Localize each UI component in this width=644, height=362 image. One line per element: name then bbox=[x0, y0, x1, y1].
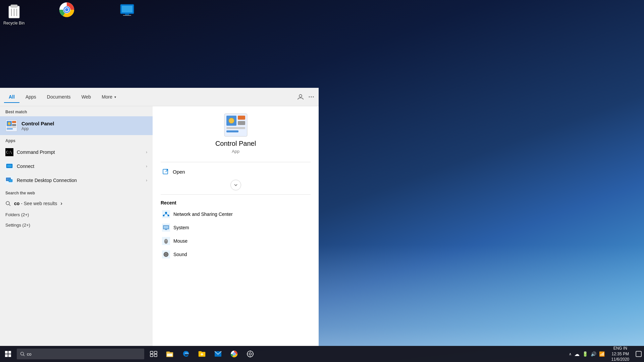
edge-icon bbox=[182, 350, 190, 358]
task-view-button[interactable] bbox=[146, 346, 162, 362]
open-icon bbox=[163, 168, 169, 175]
start-button[interactable] bbox=[0, 346, 16, 362]
tab-apps[interactable]: Apps bbox=[21, 92, 41, 102]
recent-label: Recent bbox=[161, 200, 311, 205]
svg-rect-75 bbox=[199, 351, 202, 353]
edge-button[interactable] bbox=[178, 346, 194, 362]
system-icon bbox=[162, 224, 170, 232]
svg-rect-12 bbox=[123, 15, 131, 16]
svg-rect-21 bbox=[12, 124, 16, 126]
connect-icon bbox=[5, 162, 13, 170]
rdc-label: Remote Desktop Connection bbox=[17, 178, 77, 183]
svg-line-66 bbox=[23, 355, 25, 356]
rdc-icon bbox=[5, 176, 13, 184]
cloud-icon[interactable]: ☁ bbox=[574, 351, 580, 357]
rdc-item[interactable]: Remote Desktop Connection › bbox=[0, 173, 153, 187]
cmd-item[interactable]: C:\ Command Prompt › bbox=[0, 145, 153, 159]
notification-button[interactable] bbox=[633, 346, 644, 362]
svg-text:C:\: C:\ bbox=[6, 150, 12, 154]
chrome-desktop-icon[interactable] bbox=[59, 2, 75, 18]
cmd-chevron: › bbox=[146, 150, 147, 155]
recent-system[interactable]: System bbox=[161, 221, 311, 234]
connect-chevron: › bbox=[146, 164, 147, 169]
search-popup: All Apps Documents Web More ▾ bbox=[0, 88, 319, 346]
svg-rect-44 bbox=[162, 210, 170, 218]
apps-section-label: Apps bbox=[0, 135, 153, 145]
tab-web[interactable]: Web bbox=[77, 92, 96, 102]
svg-point-81 bbox=[247, 351, 253, 357]
account-icon[interactable] bbox=[297, 94, 304, 100]
file-manager-button[interactable] bbox=[194, 346, 210, 362]
connect-item[interactable]: Connect › bbox=[0, 159, 153, 173]
svg-point-33 bbox=[6, 201, 9, 205]
svg-rect-38 bbox=[238, 116, 245, 120]
svg-rect-23 bbox=[7, 128, 13, 129]
taskbar-search-input[interactable] bbox=[27, 352, 141, 357]
svg-point-13 bbox=[299, 95, 302, 97]
svg-rect-86 bbox=[253, 354, 254, 354]
tab-more[interactable]: More ▾ bbox=[97, 92, 121, 102]
task-view-icon bbox=[150, 351, 157, 357]
clock[interactable]: ENG IN 12:35 PM 11/6/2020 bbox=[607, 346, 633, 362]
mouse-icon bbox=[162, 237, 170, 245]
search-web-query: co - See web results bbox=[14, 200, 57, 206]
svg-rect-63 bbox=[5, 354, 8, 357]
svg-point-46 bbox=[163, 215, 165, 217]
svg-rect-52 bbox=[164, 226, 168, 229]
open-label: Open bbox=[173, 169, 185, 175]
recycle-bin-icon[interactable]: Recycle Bin bbox=[3, 3, 24, 25]
svg-rect-68 bbox=[154, 351, 157, 354]
search-web-label: Search the web bbox=[0, 187, 153, 197]
expand-button[interactable] bbox=[230, 180, 241, 190]
notification-icon bbox=[636, 351, 642, 357]
search-nav: All Apps Documents Web More ▾ bbox=[0, 88, 319, 106]
file-explorer-button[interactable] bbox=[162, 346, 178, 362]
folders-link[interactable]: Folders (2+) bbox=[0, 209, 153, 220]
language-label: ENG IN bbox=[613, 346, 627, 351]
search-left-panel: Best match bbox=[0, 106, 153, 346]
svg-rect-11 bbox=[125, 14, 129, 15]
chrome-taskbar-button[interactable] bbox=[226, 346, 242, 362]
svg-rect-39 bbox=[238, 121, 245, 125]
svg-point-60 bbox=[165, 254, 167, 255]
svg-rect-1 bbox=[11, 5, 17, 7]
open-button[interactable]: Open bbox=[161, 165, 311, 178]
recent-mouse[interactable]: Mouse bbox=[161, 234, 311, 248]
wifi-icon[interactable]: 📶 bbox=[599, 351, 605, 357]
best-match-label: Best match bbox=[0, 106, 153, 116]
tray-expand-icon[interactable]: ∧ bbox=[569, 352, 572, 356]
recent-network[interactable]: Network and Sharing Center bbox=[161, 207, 311, 221]
recycle-bin-label: Recycle Bin bbox=[3, 21, 24, 25]
recent-sound[interactable]: Sound bbox=[161, 248, 311, 261]
more-options-icon[interactable] bbox=[308, 94, 315, 100]
more-dropdown-arrow: ▾ bbox=[114, 95, 116, 99]
svg-point-65 bbox=[21, 352, 24, 355]
tab-documents[interactable]: Documents bbox=[42, 92, 75, 102]
time-label: 12:35 PM bbox=[612, 351, 629, 357]
volume-icon[interactable]: 🔊 bbox=[591, 351, 596, 357]
search-web-chevron: › bbox=[60, 200, 62, 206]
search-right-panel: Control Panel App Open bbox=[153, 106, 319, 346]
divider-2 bbox=[161, 194, 311, 195]
remote-desktop-icon[interactable] bbox=[119, 2, 135, 18]
battery-icon[interactable]: 🔋 bbox=[582, 351, 588, 357]
svg-rect-72 bbox=[166, 352, 170, 353]
taskbar-search-icon bbox=[20, 352, 25, 356]
taskbar-search[interactable] bbox=[17, 349, 144, 359]
svg-rect-20 bbox=[12, 121, 16, 123]
svg-point-47 bbox=[168, 215, 169, 217]
svg-rect-40 bbox=[226, 127, 245, 129]
best-match-type: App bbox=[21, 126, 54, 131]
search-web-item[interactable]: co - See web results › bbox=[0, 197, 153, 209]
settings-button[interactable] bbox=[242, 346, 258, 362]
svg-rect-85 bbox=[247, 354, 248, 354]
best-match-item[interactable]: Control Panel App bbox=[0, 116, 153, 135]
divider-1 bbox=[161, 162, 311, 162]
svg-rect-87 bbox=[636, 351, 641, 357]
svg-point-15 bbox=[311, 97, 312, 98]
date-label: 11/6/2020 bbox=[611, 357, 629, 362]
tab-all[interactable]: All bbox=[4, 92, 19, 102]
settings-link[interactable]: Settings (2+) bbox=[0, 220, 153, 230]
mail-button[interactable] bbox=[210, 346, 226, 362]
svg-rect-28 bbox=[7, 165, 12, 167]
